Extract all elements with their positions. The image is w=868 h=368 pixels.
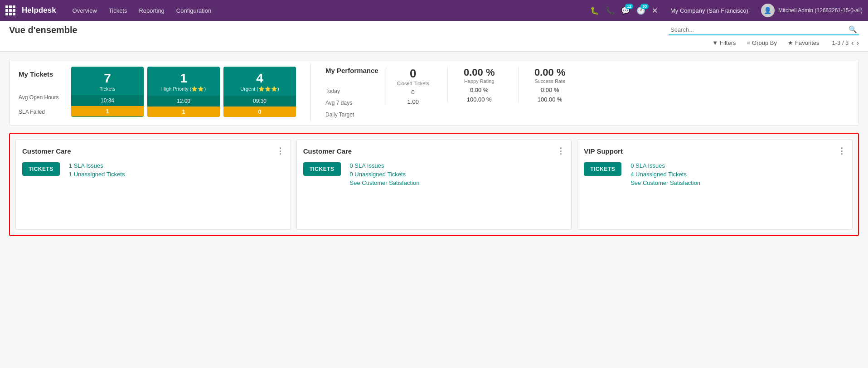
high-priority-count: 1 [152, 72, 215, 85]
search-input[interactable] [670, 26, 849, 33]
nav-configuration[interactable]: Configuration [171, 5, 217, 17]
tickets-button-1[interactable]: TICKETS [303, 162, 341, 176]
closed-tickets-target: 1.00 [392, 98, 435, 105]
team-menu-2[interactable]: ⋮ [838, 146, 846, 156]
tickets-time: 10:34 [71, 95, 144, 106]
team-card-2: VIP Support ⋮ TICKETS 0 SLA Issues 4 Una… [577, 139, 853, 230]
success-rate-header: Success Rate [534, 78, 565, 84]
urgent-sla: 0 [223, 107, 296, 117]
team-menu-1[interactable]: ⋮ [557, 146, 565, 156]
perf-today-row: Today [325, 88, 378, 94]
team-link-0-1[interactable]: 1 Unassigned Tickets [69, 171, 125, 178]
main-content: My Tickets Avg Open Hours SLA Failed 7 T… [0, 52, 868, 243]
pager-count: 1-3 / 3 [832, 39, 849, 46]
filter-icon: ▼ [712, 39, 718, 46]
pager-prev[interactable]: ‹ [851, 39, 853, 47]
success-rate-avg: 0.00 % [524, 87, 576, 93]
team-name-2: VIP Support [584, 147, 623, 155]
subheader: Vue d'ensemble 🔍 ▼ Filters ≡ Group By ★ … [0, 21, 868, 52]
nav-tickets[interactable]: Tickets [103, 5, 133, 17]
team-link-2-1[interactable]: 4 Unassigned Tickets [630, 171, 700, 178]
avatar: 👤 [761, 4, 775, 17]
high-priority-label: High Priority (⭐⭐) [152, 86, 215, 92]
team-link-2-0[interactable]: 0 SLA Issues [630, 162, 700, 169]
divider [310, 63, 311, 121]
filters-button[interactable]: ▼ Filters [708, 38, 739, 48]
toolbar: ▼ Filters ≡ Group By ★ Favorites 1-3 / 3… [9, 38, 859, 48]
nav-reporting[interactable]: Reporting [133, 5, 170, 17]
nav-icons: 🐛 📞 💬 12 🕐 30 ✕ My Company (San Francisc… [590, 4, 863, 17]
star-icon: ★ [788, 39, 793, 46]
high-priority-sla: 1 [147, 107, 220, 117]
happy-rating-value: 0.00 % [464, 67, 495, 78]
team-card-0: Customer Care ⋮ TICKETS 1 SLA Issues 1 U… [15, 139, 291, 230]
team-links-2: 0 SLA Issues 4 Unassigned Tickets See Cu… [630, 162, 700, 186]
perf-daily-row: Daily Target [325, 111, 378, 118]
sla-failed-label: SLA Failed [19, 109, 64, 115]
chat-badge: 12 [625, 4, 633, 9]
urgent-label: Urgent (⭐⭐⭐) [228, 86, 291, 92]
closed-tickets-avg: 0 [392, 89, 435, 96]
search-icon[interactable]: 🔍 [849, 25, 857, 34]
teams-section: Customer Care ⋮ TICKETS 1 SLA Issues 1 U… [9, 133, 859, 236]
filters-label: Filters [720, 39, 736, 46]
apps-icon[interactable] [5, 5, 15, 15]
high-priority-card[interactable]: 1 High Priority (⭐⭐) 12:00 1 [147, 67, 220, 117]
urgent-card[interactable]: 4 Urgent (⭐⭐⭐) 09:30 0 [223, 67, 296, 117]
nav-links: Overview Tickets Reporting Configuration [67, 5, 217, 17]
happy-rating-header: Happy Rating [464, 78, 495, 84]
tickets-count: 7 [76, 72, 139, 85]
tickets-button-2[interactable]: TICKETS [584, 162, 621, 176]
high-priority-time: 12:00 [147, 96, 220, 107]
pager-next[interactable]: › [857, 39, 859, 47]
avg-open-hours-label: Avg Open Hours [19, 94, 64, 101]
happy-rating-target: 100.00 % [453, 96, 505, 103]
brand-logo[interactable]: Helpdesk [22, 6, 56, 15]
user-menu[interactable]: 👤 Mitchell Admin (12663261-15-0-all) [761, 4, 863, 17]
team-link-1-2[interactable]: See Customer Satisfaction [350, 179, 420, 186]
perf-avg7-row: Avg 7 days [325, 100, 378, 106]
closed-tickets-value: 0 [410, 67, 416, 81]
team-link-2-2[interactable]: See Customer Satisfaction [630, 179, 700, 186]
groupby-button[interactable]: ≡ Group By [743, 38, 781, 48]
urgent-count: 4 [228, 72, 291, 85]
chat-icon[interactable]: 💬 12 [621, 6, 630, 15]
team-name-0: Customer Care [22, 147, 71, 155]
top-navigation: Helpdesk Overview Tickets Reporting Conf… [0, 0, 868, 21]
tickets-sla: 1 [71, 106, 144, 116]
team-link-0-0[interactable]: 1 SLA Issues [69, 162, 125, 169]
ticket-cards: 7 Tickets 10:34 1 1 High Priority (⭐⭐) 1… [71, 67, 296, 117]
username: Mitchell Admin (12663261-15-0-all) [778, 7, 863, 14]
team-menu-0[interactable]: ⋮ [276, 146, 284, 156]
search-bar: 🔍 [669, 24, 859, 35]
team-name-1: Customer Care [303, 147, 352, 155]
success-rate-value: 0.00 % [534, 67, 566, 78]
page-title: Vue d'ensemble [9, 25, 669, 35]
dashboard-summary: My Tickets Avg Open Hours SLA Failed 7 T… [9, 59, 859, 126]
urgent-time: 09:30 [223, 96, 296, 107]
nav-overview[interactable]: Overview [67, 5, 102, 17]
favorites-button[interactable]: ★ Favorites [784, 38, 823, 48]
clock-badge: 30 [640, 4, 649, 9]
phone-icon[interactable]: 📞 [606, 6, 615, 15]
groupby-icon: ≡ [747, 39, 751, 46]
groupby-label: Group By [752, 39, 777, 46]
close-icon[interactable]: ✕ [652, 6, 658, 15]
favorites-label: Favorites [795, 39, 819, 46]
team-link-1-0[interactable]: 0 SLA Issues [350, 162, 420, 169]
team-links-0: 1 SLA Issues 1 Unassigned Tickets [69, 162, 125, 178]
pager: 1-3 / 3 ‹ › [832, 39, 859, 47]
performance-label: My Performance [325, 67, 378, 74]
bug-icon[interactable]: 🐛 [590, 6, 599, 15]
my-tickets-label: My Tickets [19, 68, 64, 78]
team-card-1: Customer Care ⋮ TICKETS 0 SLA Issues 0 U… [296, 139, 572, 230]
tickets-button-0[interactable]: TICKETS [22, 162, 60, 176]
happy-rating-avg: 0.00 % [453, 87, 505, 93]
team-link-1-1[interactable]: 0 Unassigned Tickets [350, 171, 420, 178]
team-links-1: 0 SLA Issues 0 Unassigned Tickets See Cu… [350, 162, 420, 186]
clock-icon[interactable]: 🕐 30 [636, 6, 645, 15]
tickets-card[interactable]: 7 Tickets 10:34 1 [71, 67, 144, 117]
closed-tickets-header: Closed Tickets [397, 81, 429, 86]
tickets-label: Tickets [76, 86, 139, 92]
success-rate-target: 100.00 % [524, 96, 576, 103]
